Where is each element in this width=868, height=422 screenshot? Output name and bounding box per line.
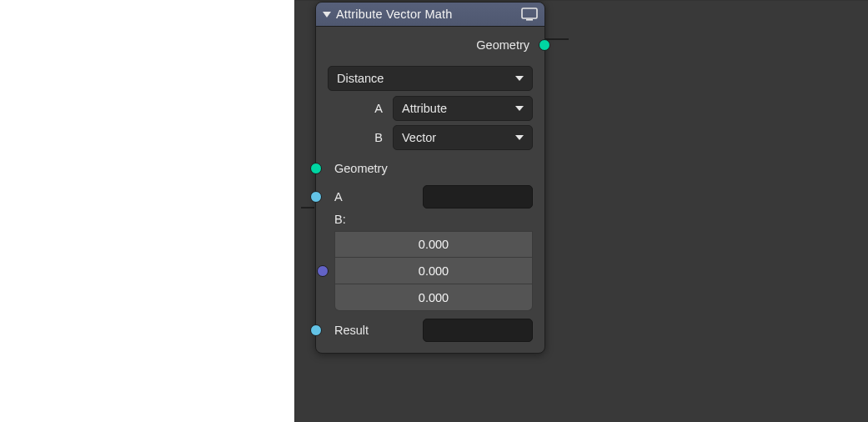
display-icon[interactable]: [521, 8, 538, 21]
input-result-field[interactable]: [423, 319, 533, 342]
type-a-label: A: [328, 102, 393, 115]
link-geometry-out[interactable]: [545, 38, 569, 40]
input-b-vector: 0.000 0.000 0.000: [334, 231, 533, 311]
link-geometry-in[interactable]: [301, 207, 314, 208]
node-header[interactable]: Attribute Vector Math: [316, 3, 544, 27]
type-b-dropdown[interactable]: Vector: [393, 125, 533, 150]
type-a-value: Attribute: [402, 102, 447, 115]
vec-z-field[interactable]: 0.000: [334, 284, 533, 311]
type-b-label: B: [328, 131, 393, 144]
output-geometry-row: Geometry: [316, 31, 544, 59]
input-geometry-row: Geometry: [316, 154, 544, 183]
output-geometry-label: Geometry: [476, 38, 529, 52]
input-result-label: Result: [334, 324, 409, 337]
node-attribute-vector-math[interactable]: Attribute Vector Math Geometry Distance …: [315, 2, 545, 354]
chevron-down-icon: [515, 135, 524, 140]
chevron-down-icon: [515, 106, 524, 111]
node-title: Attribute Vector Math: [336, 8, 516, 21]
vec-x-field[interactable]: 0.000: [334, 231, 533, 258]
type-a-dropdown[interactable]: Attribute: [393, 96, 533, 121]
input-b-label: B:: [316, 211, 544, 229]
input-geometry-label: Geometry: [334, 162, 388, 175]
socket-a-in[interactable]: [310, 191, 322, 203]
chevron-down-icon: [515, 76, 524, 81]
socket-geometry-out[interactable]: [539, 39, 550, 51]
svg-rect-1: [526, 19, 533, 21]
socket-result-in[interactable]: [310, 324, 322, 336]
operation-value: Distance: [337, 72, 384, 85]
svg-rect-0: [522, 8, 537, 18]
type-b-value: Vector: [402, 131, 436, 144]
socket-b-in[interactable]: [317, 265, 329, 277]
input-a-label: A: [334, 190, 409, 203]
input-a-row: A: [316, 183, 544, 211]
blank-region: [0, 0, 294, 422]
input-a-field[interactable]: [423, 185, 533, 208]
vec-y-field[interactable]: 0.000: [334, 258, 533, 284]
node-editor-canvas[interactable]: Attribute Vector Math Geometry Distance …: [294, 0, 868, 422]
operation-dropdown[interactable]: Distance: [328, 66, 533, 91]
input-result-row: Result: [316, 316, 544, 344]
collapse-toggle-icon[interactable]: [323, 12, 331, 18]
socket-geometry-in[interactable]: [310, 163, 322, 174]
